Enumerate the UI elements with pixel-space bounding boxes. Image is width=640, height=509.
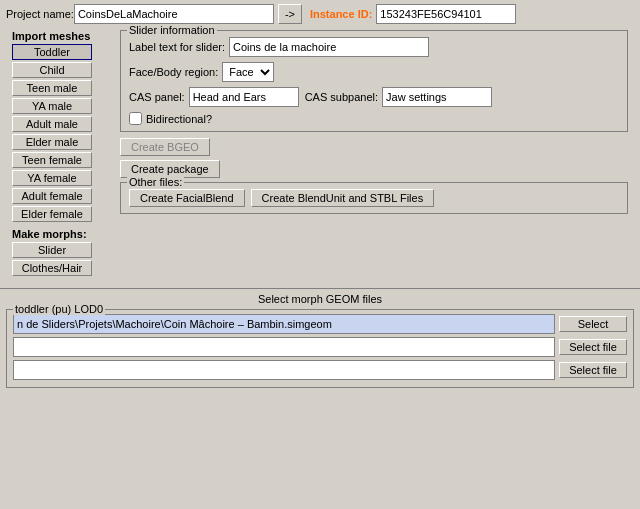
label-text-label: Label text for slider: <box>129 41 225 53</box>
create-blend-unit-button[interactable]: Create BlendUnit and STBL Files <box>251 189 435 207</box>
slider-info-group: Slider information Label text for slider… <box>120 30 628 132</box>
face-body-label: Face/Body region: <box>129 66 218 78</box>
instance-id-input[interactable] <box>376 4 516 24</box>
mesh-btn-ya-male[interactable]: YA male <box>12 98 92 114</box>
bidirectional-checkbox[interactable] <box>129 112 142 125</box>
project-name-label: Project name: <box>6 8 74 20</box>
mesh-btn-adult-female[interactable]: Adult female <box>12 188 92 204</box>
cas-panel-label: CAS panel: <box>129 91 185 103</box>
mesh-btn-elder-female[interactable]: Elder female <box>12 206 92 222</box>
morph-btn-clothes-hair[interactable]: Clothes/Hair <box>12 260 92 276</box>
other-files-title: Other files: <box>127 176 184 188</box>
create-bgeo-button[interactable]: Create BGEO <box>120 138 210 156</box>
file-input-2[interactable] <box>13 360 555 380</box>
bidirectional-label: Bidirectional? <box>146 113 212 125</box>
mesh-btn-elder-male[interactable]: Elder male <box>12 134 92 150</box>
import-meshes-label: Import meshes <box>12 30 112 42</box>
file-row-0: Select <box>13 314 627 334</box>
arrow-button[interactable]: -> <box>278 4 302 24</box>
mesh-btn-teen-female[interactable]: Teen female <box>12 152 92 168</box>
file-input-1[interactable] <box>13 337 555 357</box>
mesh-btn-child[interactable]: Child <box>12 62 92 78</box>
select-button-0[interactable]: Select <box>559 316 627 332</box>
mesh-btn-ya-female[interactable]: YA female <box>12 170 92 186</box>
other-files-group: Other files: Create FacialBlend Create B… <box>120 182 628 214</box>
slider-info-title: Slider information <box>127 24 217 36</box>
cas-panel-input[interactable] <box>189 87 299 107</box>
cas-subpanel-label: CAS subpanel: <box>305 91 378 103</box>
make-morphs-label: Make morphs: <box>12 228 112 240</box>
file-row-1: Select file <box>13 337 627 357</box>
lod-group: toddler (pu) LOD0 Select Select file Sel… <box>6 309 634 388</box>
lod-title: toddler (pu) LOD0 <box>13 303 105 315</box>
create-facial-blend-button[interactable]: Create FacialBlend <box>129 189 245 207</box>
morph-btn-slider[interactable]: Slider <box>12 242 92 258</box>
label-text-input[interactable] <box>229 37 429 57</box>
file-row-2: Select file <box>13 360 627 380</box>
project-name-input[interactable] <box>74 4 274 24</box>
instance-id-label: Instance ID: <box>310 8 372 20</box>
cas-subpanel-input[interactable] <box>382 87 492 107</box>
mesh-btn-toddler[interactable]: Toddler <box>12 44 92 60</box>
select-file-button-1[interactable]: Select file <box>559 339 627 355</box>
mesh-btn-adult-male[interactable]: Adult male <box>12 116 92 132</box>
face-body-select[interactable]: Face Body <box>222 62 274 82</box>
select-file-button-2[interactable]: Select file <box>559 362 627 378</box>
mesh-btn-teen-male[interactable]: Teen male <box>12 80 92 96</box>
file-input-0[interactable] <box>13 314 555 334</box>
